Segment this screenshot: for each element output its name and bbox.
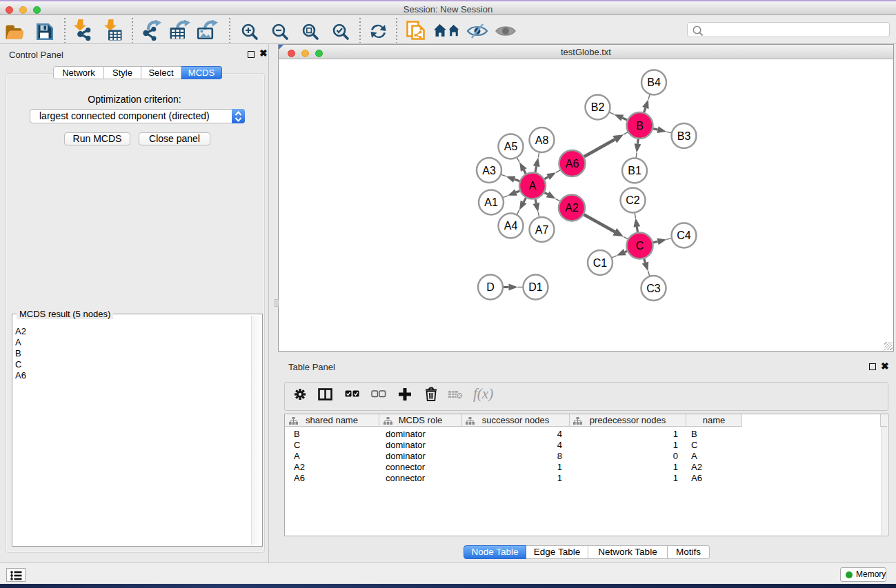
svg-text:C1: C1 [593,257,608,269]
svg-text:B: B [636,120,644,132]
svg-text:A: A [529,180,537,192]
svg-text:B1: B1 [628,165,641,176]
svg-text:B4: B4 [647,77,661,88]
svg-text:C: C [636,240,644,252]
svg-text:C3: C3 [646,283,661,294]
svg-text:A1: A1 [484,196,498,208]
svg-text:B2: B2 [591,101,605,113]
svg-text:A7: A7 [535,224,549,236]
svg-text:D: D [486,281,495,293]
svg-text:C4: C4 [677,230,691,241]
svg-text:A8: A8 [535,134,549,146]
svg-text:C2: C2 [626,194,640,206]
svg-text:A2: A2 [565,202,579,214]
svg-text:A5: A5 [504,141,518,152]
svg-text:A6: A6 [566,158,579,170]
svg-text:D1: D1 [528,281,543,293]
svg-text:B3: B3 [677,130,691,142]
svg-text:A4: A4 [504,220,518,232]
svg-text:A3: A3 [482,165,496,176]
